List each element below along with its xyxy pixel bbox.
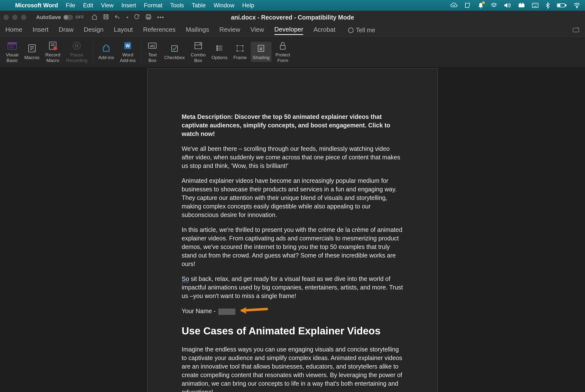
svg-point-32 [73, 42, 80, 49]
ribbon-visual-basic-button[interactable]: VisualBasic [4, 39, 20, 65]
tab-view[interactable]: View [250, 26, 264, 34]
collapse-ribbon-icon[interactable] [572, 30, 580, 34]
ribbon-macros-button[interactable]: Macros [22, 42, 41, 62]
undo-icon[interactable] [114, 14, 121, 21]
svg-rect-34 [77, 44, 78, 47]
svg-point-31 [53, 46, 57, 50]
tab-review[interactable]: Review [219, 26, 240, 34]
tab-developer[interactable]: Developer [274, 26, 304, 35]
save-icon[interactable] [103, 14, 109, 21]
svg-rect-41 [195, 45, 202, 49]
macros-icon [26, 43, 38, 54]
paragraph-5[interactable]: Imagine the endless ways you can use eng… [182, 345, 403, 392]
tell-me-search[interactable]: Tell me [348, 26, 375, 34]
ribbon-combo-box-button[interactable]: ComboBox [189, 39, 208, 65]
layers-icon[interactable] [491, 2, 497, 8]
paragraph-2[interactable]: Animated explainer videos have become an… [182, 176, 403, 219]
frame-icon [234, 43, 246, 54]
battery-icon[interactable] [557, 3, 566, 8]
svg-rect-11 [558, 4, 560, 6]
svg-rect-50 [242, 45, 244, 46]
window-titlebar: AutoSave OFF ▾ ••• ani.docx - Recovered … [0, 11, 585, 24]
home-icon[interactable] [91, 14, 98, 21]
close-window-button[interactable] [4, 15, 9, 20]
ribbon-button-label: PauseRecording [66, 52, 88, 64]
textbox-icon: ab| [146, 40, 158, 51]
do-not-disturb-icon[interactable] [518, 3, 525, 8]
document-title: ani.docx - Recovered - Compatibility Mod… [231, 14, 354, 21]
checkbox-icon [169, 43, 180, 54]
ribbon-text-box-button[interactable]: ab|TextBox [144, 39, 160, 65]
meta-description[interactable]: Meta Description: Discover the top 50 an… [182, 112, 403, 138]
tab-insert[interactable]: Insert [32, 26, 48, 34]
ribbon-word-add-ins-button[interactable]: WWordAdd-ins [118, 39, 138, 65]
ribbon-tabs: Home Insert Draw Design Layout Reference… [0, 24, 585, 36]
ribbon-add-ins-button[interactable]: Add-ins [96, 42, 116, 62]
heading-use-cases[interactable]: Use Cases of Animated Explainer Videos [182, 324, 403, 338]
ribbon-button-label: Macros [24, 55, 39, 60]
cloud-status-icon[interactable] [450, 2, 458, 8]
hexagon-icon[interactable] [464, 2, 471, 8]
volume-icon[interactable] [504, 2, 511, 8]
tab-home[interactable]: Home [5, 26, 22, 34]
ribbon-protect-form-button[interactable]: ProtectForm [274, 39, 292, 65]
undo-dropdown-icon[interactable]: ▾ [126, 16, 128, 19]
ribbon-button-label: Options [212, 55, 227, 60]
tab-acrobat[interactable]: Acrobat [314, 26, 336, 34]
form-text-field[interactable] [218, 308, 235, 315]
print-icon[interactable] [145, 14, 152, 21]
menu-file[interactable]: File [66, 2, 76, 9]
bluetooth-icon[interactable] [546, 2, 550, 9]
ribbon-toolbar: VisualBasicMacrosRecordMacroPauseRecordi… [0, 36, 585, 67]
notifications-icon[interactable] [478, 2, 484, 8]
document-page[interactable]: Meta Description: Discover the top 50 an… [147, 68, 438, 392]
more-icon[interactable]: ••• [157, 14, 164, 20]
combo-icon [192, 40, 204, 51]
ribbon-frame-button[interactable]: Frame [232, 42, 249, 62]
svg-point-0 [480, 7, 481, 8]
redo-icon[interactable] [134, 14, 140, 21]
protect-icon [277, 40, 288, 51]
ribbon-options-button[interactable]: Options [210, 42, 229, 62]
name-field-line[interactable]: Your Name - [182, 306, 403, 316]
paragraph-3[interactable]: In this article, we're thrilled to prese… [182, 226, 403, 268]
svg-point-47 [216, 49, 218, 51]
app-name[interactable]: Microsoft Word [15, 2, 58, 9]
svg-point-46 [216, 47, 218, 49]
menu-format[interactable]: Format [144, 2, 162, 9]
menu-view[interactable]: View [101, 2, 114, 9]
menu-help[interactable]: Help [242, 2, 254, 9]
tab-mailings[interactable]: Mailings [186, 26, 209, 34]
ribbon-separator [93, 42, 93, 62]
menu-insert[interactable]: Insert [121, 2, 136, 9]
minimize-window-button[interactable] [12, 15, 18, 20]
ribbon-checkbox-button[interactable]: Checkbox [162, 42, 187, 62]
svg-text:ab|: ab| [150, 44, 155, 48]
ribbon-record-macro-button[interactable]: RecordMacro [44, 39, 62, 65]
menu-edit[interactable]: Edit [83, 2, 93, 9]
ribbon-shading-button[interactable]: aShading [251, 42, 272, 62]
svg-rect-1 [518, 4, 524, 7]
menu-tools[interactable]: Tools [170, 2, 184, 9]
autosave-switch[interactable] [63, 15, 73, 20]
tab-references[interactable]: References [143, 26, 176, 34]
menu-window[interactable]: Window [214, 2, 234, 9]
document-canvas[interactable]: Meta Description: Discover the top 50 an… [0, 67, 585, 392]
ribbon-button-label: Frame [234, 55, 247, 60]
ribbon-button-label: Add-ins [98, 55, 114, 60]
paragraph-4[interactable]: So sit back, relax, and get ready for a … [182, 274, 403, 300]
autosave-state: OFF [76, 15, 84, 20]
input-source-icon[interactable] [532, 3, 538, 8]
tab-draw[interactable]: Draw [58, 26, 74, 34]
grammar-underline[interactable]: So [182, 275, 189, 282]
maximize-window-button[interactable] [21, 15, 26, 20]
tab-layout[interactable]: Layout [114, 26, 133, 34]
paragraph-1[interactable]: We've all been there – scrolling through… [182, 144, 403, 170]
wifi-icon[interactable] [573, 2, 580, 8]
svg-rect-3 [522, 3, 524, 4]
autosave-toggle[interactable]: AutoSave OFF [36, 14, 84, 20]
menu-table[interactable]: Table [192, 2, 206, 9]
options-icon [214, 43, 225, 54]
svg-rect-52 [242, 50, 244, 52]
tab-design[interactable]: Design [84, 26, 104, 34]
